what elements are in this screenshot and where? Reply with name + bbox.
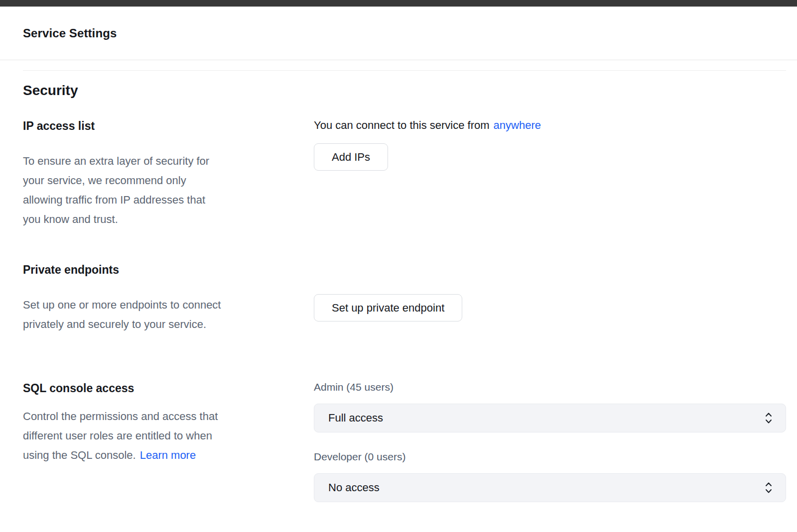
developer-access-select[interactable]: No access <box>314 473 786 502</box>
row-sql-console-access: SQL console access Control the permissio… <box>23 381 786 502</box>
security-section-title: Security <box>23 81 786 100</box>
private-endpoints-heading: Private endpoints <box>23 262 314 277</box>
status-text: You can connect to this service from <box>314 119 490 131</box>
page-header: Service Settings <box>0 7 797 60</box>
add-ips-button[interactable]: Add IPs <box>314 143 388 171</box>
sql-console-heading: SQL console access <box>23 381 314 396</box>
description-line: different user roles are entitled to whe… <box>23 426 314 445</box>
row-private-endpoints: Private endpoints Set up one or more end… <box>23 262 786 334</box>
window-top-bar <box>0 0 797 7</box>
row-ip-access-list: IP access list To ensure an extra layer … <box>23 118 786 229</box>
settings-main: Security IP access list To ensure an ext… <box>0 70 797 532</box>
description-text: using the SQL console. <box>23 449 136 461</box>
chevron-up-down-icon <box>765 411 773 425</box>
description-line: using the SQL console.Learn more <box>23 445 314 465</box>
description-line: you know and trust. <box>23 210 314 229</box>
ip-access-right: You can connect to this service fromanyw… <box>314 118 786 229</box>
description-line: Control the permissions and access that <box>23 407 314 426</box>
admin-access-value: Full access <box>328 412 383 425</box>
admin-access-select[interactable]: Full access <box>314 404 786 432</box>
chevron-up-down-icon <box>765 481 773 495</box>
sql-console-description: Control the permissions and access that … <box>23 407 314 465</box>
description-line: your service, we recommend only <box>23 171 314 190</box>
page-title: Service Settings <box>23 26 117 40</box>
description-line: privately and securely to your service. <box>23 315 314 334</box>
ip-access-left: IP access list To ensure an extra layer … <box>23 118 314 229</box>
sql-console-left: SQL console access Control the permissio… <box>23 381 314 502</box>
ip-access-status: You can connect to this service fromanyw… <box>314 118 786 132</box>
anywhere-link[interactable]: anywhere <box>494 119 541 131</box>
private-endpoints-right: Set up private endpoint <box>314 294 786 334</box>
developer-role-label: Developer (0 users) <box>314 450 786 463</box>
description-line: To ensure an extra layer of security for <box>23 151 314 171</box>
admin-role-label: Admin (45 users) <box>314 381 786 394</box>
private-endpoints-description: Set up one or more endpoints to connect … <box>23 295 314 334</box>
section-divider <box>23 70 786 71</box>
sql-console-right: Admin (45 users) Full access Developer (… <box>314 381 786 502</box>
ip-access-description: To ensure an extra layer of security for… <box>23 151 314 229</box>
setup-private-endpoint-button[interactable]: Set up private endpoint <box>314 294 462 321</box>
ip-access-heading: IP access list <box>23 118 314 133</box>
learn-more-link[interactable]: Learn more <box>140 449 196 461</box>
description-line: allowing traffic from IP addresses that <box>23 190 314 210</box>
private-endpoints-left: Private endpoints Set up one or more end… <box>23 262 314 334</box>
developer-access-value: No access <box>328 481 380 494</box>
description-line: Set up one or more endpoints to connect <box>23 295 314 315</box>
